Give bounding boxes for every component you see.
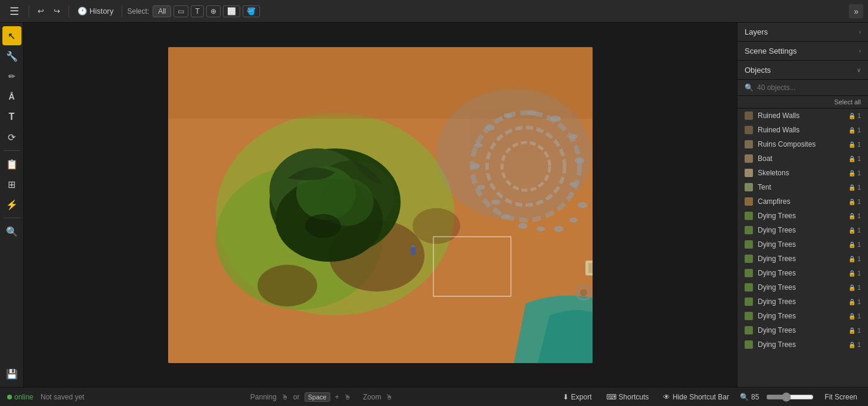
objects-list: Ruined Walls 🔒 1 Ruined Walls 🔒 1 Ruins … [737, 109, 868, 387]
map-canvas[interactable] [168, 47, 593, 363]
object-item[interactable]: Dying Trees 🔒 1 [737, 280, 868, 295]
object-item[interactable]: Dying Trees 🔒 1 [737, 252, 868, 266]
note-tool-button[interactable]: 📋 [2, 154, 21, 173]
object-item[interactable]: Ruined Walls 🔒 1 [737, 123, 868, 137]
eyedropper-tool-button[interactable]: 🔧 [2, 47, 21, 66]
layers-header[interactable]: Layers › [737, 23, 868, 41]
svg-point-5 [413, 208, 460, 244]
object-item[interactable]: Dying Trees 🔒 1 [737, 237, 868, 252]
object-count: 🔒 1 [848, 212, 861, 219]
stamp-tool-button[interactable]: Å [2, 87, 21, 106]
select-tool-button[interactable]: ↖ [2, 26, 21, 45]
select-all-objects[interactable]: Select all [737, 96, 868, 109]
lock-icon: 🔒 [848, 342, 855, 348]
select-label: Select: [127, 7, 149, 16]
object-icon [745, 255, 753, 263]
divider [29, 5, 29, 17]
export-label: Export [571, 393, 592, 401]
undo-button[interactable]: ↩ [34, 4, 48, 18]
lock-icon: 🔒 [848, 241, 855, 248]
zoom-label: Zoom [363, 393, 382, 401]
select-all-button[interactable]: All [153, 5, 171, 17]
select-shape-button[interactable]: ⬜ [223, 5, 240, 17]
object-item[interactable]: Ruined Walls 🔒 1 [737, 109, 868, 123]
object-icon [745, 169, 753, 177]
object-icon [745, 197, 753, 206]
divider [69, 5, 69, 17]
scene-settings-header[interactable]: Scene Settings › [737, 42, 868, 60]
expand-right-button[interactable]: » [849, 4, 863, 18]
objects-search-input[interactable] [757, 83, 861, 92]
object-count: 🔒 1 [848, 227, 861, 234]
zoom-slider[interactable] [766, 392, 814, 402]
search-icon: 🔍 [745, 83, 754, 92]
panning-label: Panning [250, 393, 277, 401]
history-button[interactable]: 🕐 History [74, 4, 117, 18]
object-item[interactable]: Boat 🔒 1 [737, 151, 868, 166]
object-icon [745, 240, 753, 249]
svg-point-23 [569, 218, 578, 222]
menu-button[interactable]: ☰ [5, 2, 24, 21]
object-name: Dying Trees [758, 269, 844, 277]
shortcuts-label: Shortcuts [619, 393, 649, 401]
svg-point-13 [550, 116, 561, 122]
object-item[interactable]: Dying Trees 🔒 1 [737, 323, 868, 337]
select-token-button[interactable]: ⊕ [206, 5, 221, 17]
svg-point-34 [305, 214, 341, 238]
toolbar: ☰ ↩ ↪ 🕐 History Select: All ▭ T ⊕ ⬜ 🪣 » [0, 0, 868, 23]
measure-tool-button[interactable]: ⚡ [2, 195, 21, 214]
lock-icon: 🔒 [848, 170, 855, 176]
path-tool-button[interactable]: ⟳ [2, 128, 21, 147]
select-paint-button[interactable]: 🪣 [243, 5, 260, 17]
zoom-value: 85 [751, 393, 759, 401]
search-tool-button[interactable]: 🔍 [2, 222, 21, 241]
export-button[interactable]: ⬇ Export [559, 392, 596, 402]
select-text-button[interactable]: T [191, 5, 203, 17]
object-item[interactable]: Dying Trees 🔒 1 [737, 266, 868, 280]
canvas-area[interactable] [24, 23, 737, 387]
svg-point-25 [537, 227, 545, 231]
select-rect-button[interactable]: ▭ [173, 5, 188, 17]
object-icon [745, 340, 753, 349]
object-item[interactable]: Tent 🔒 1 [737, 180, 868, 194]
lock-icon: 🔒 [848, 127, 855, 134]
online-status: online [7, 393, 33, 401]
svg-point-11 [575, 157, 584, 163]
scene-settings-title: Scene Settings [745, 47, 796, 55]
hide-shortcut-bar-button[interactable]: 👁 Hide Shortcut Bar [659, 392, 733, 402]
layers-section: Layers › [737, 23, 868, 42]
object-count: 🔒 1 [848, 241, 861, 248]
lock-icon: 🔒 [848, 327, 855, 334]
lock-icon: 🔒 [848, 270, 855, 277]
brush-tool-button[interactable]: ✏ [2, 67, 21, 86]
object-item[interactable]: Campfires 🔒 1 [737, 194, 868, 209]
object-item[interactable]: Dying Trees 🔒 1 [737, 295, 868, 309]
object-name: Dying Trees [758, 240, 844, 249]
scene-settings-section: Scene Settings › [737, 42, 868, 61]
online-dot [7, 395, 12, 399]
object-icon [745, 297, 753, 306]
object-item[interactable]: Dying Trees 🔒 1 [737, 309, 868, 323]
lock-icon: 🔒 [848, 284, 855, 291]
object-item[interactable]: Dying Trees 🔒 1 [737, 209, 868, 223]
shortcuts-button[interactable]: ⌨ Shortcuts [603, 392, 653, 402]
export-icon: ⬇ [563, 393, 569, 401]
objects-header[interactable]: Objects ∨ [737, 61, 868, 80]
fit-screen-button[interactable]: Fit Screen [821, 392, 861, 402]
grid-tool-button[interactable]: ⊞ [2, 175, 21, 194]
object-item[interactable]: Ruins Composites 🔒 1 [737, 137, 868, 151]
object-name: Boat [758, 154, 844, 163]
main-content: ↖ 🔧 ✏ Å T ⟳ 📋 ⊞ ⚡ 🔍 💾 [0, 23, 868, 387]
object-count: 🔒 1 [848, 126, 861, 134]
object-icon [745, 183, 753, 191]
redo-button[interactable]: ↪ [50, 4, 64, 18]
object-item[interactable]: Dying Trees 🔒 1 [737, 223, 868, 237]
or-label: or [293, 393, 300, 401]
object-item[interactable]: Dying Trees 🔒 1 [737, 337, 868, 352]
object-item[interactable]: Skeletons 🔒 1 [737, 166, 868, 180]
text-tool-button[interactable]: T [2, 107, 21, 126]
object-name: Ruins Composites [758, 140, 844, 148]
save-tool-button[interactable]: 💾 [2, 364, 21, 383]
object-icon [745, 212, 753, 220]
objects-search-bar: 🔍 [737, 80, 868, 96]
